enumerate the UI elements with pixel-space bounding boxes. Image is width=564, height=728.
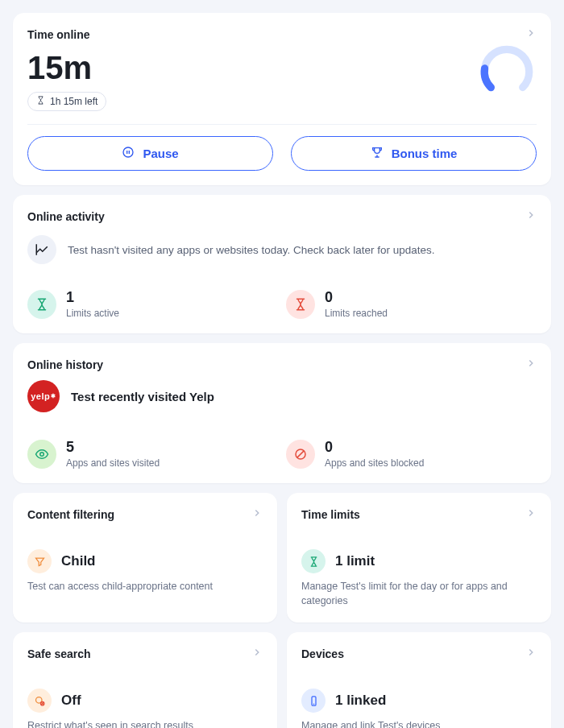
pause-button-label: Pause: [143, 147, 178, 160]
visited-count: 5: [66, 440, 160, 454]
eye-icon: [27, 440, 56, 469]
online-activity-header[interactable]: Online activity: [13, 195, 551, 224]
visited-label: Apps and sites visited: [66, 457, 160, 469]
hourglass-icon: [36, 96, 45, 107]
pause-button[interactable]: Pause: [27, 136, 273, 171]
safe-search-value: Off: [61, 693, 81, 709]
limits-reached-label: Limits reached: [325, 308, 388, 319]
chevron-right-icon: [525, 507, 537, 522]
time-online-header[interactable]: Time online: [13, 13, 551, 42]
devices-sub: Manage and link Test's devices: [301, 719, 537, 728]
time-remaining-text: 1h 15m left: [50, 96, 97, 107]
hourglass-active-icon: [27, 290, 56, 319]
bonus-time-button-label: Bonus time: [392, 147, 458, 160]
time-limits-sub: Manage Test's limit for the day or for a…: [301, 580, 537, 608]
trophy-icon: [371, 146, 384, 161]
blocked-label: Apps and sites blocked: [325, 457, 424, 469]
time-online-body: 15m 1h 15m left: [13, 42, 551, 119]
online-history-card: Online history yelp✱ Test recently visit…: [13, 343, 551, 483]
safe-search-title: Safe search: [27, 647, 91, 660]
recent-visit-text: Test recently visited Yelp: [71, 390, 214, 403]
content-filtering-card[interactable]: Content filtering Child Test can access …: [13, 493, 277, 623]
chevron-right-icon: [525, 209, 537, 224]
pause-icon: [122, 146, 135, 161]
online-history-title: Online history: [27, 358, 103, 371]
time-limits-value: 1 limit: [335, 553, 375, 569]
safe-search-icon: [27, 689, 52, 713]
time-limits-title: Time limits: [301, 508, 360, 521]
limits-active-label: Limits active: [66, 308, 119, 319]
bonus-time-button[interactable]: Bonus time: [291, 136, 537, 171]
limits-reached-count: 0: [325, 290, 388, 304]
safe-search-sub: Restrict what's seen in search results: [27, 719, 263, 728]
online-activity-stats: 1 Limits active 0 Limits reached: [13, 277, 551, 333]
online-history-stats: 5 Apps and sites visited 0 Apps and site…: [13, 427, 551, 483]
content-filtering-title: Content filtering: [27, 508, 114, 521]
chart-icon: [27, 235, 56, 264]
safe-search-card[interactable]: Safe search Off Restrict what's seen in …: [13, 632, 277, 728]
visited-stat: 5 Apps and sites visited: [27, 440, 278, 469]
limits-active-stat: 1 Limits active: [27, 290, 278, 319]
online-history-header[interactable]: Online history: [13, 343, 551, 372]
devices-value: 1 linked: [335, 693, 386, 709]
time-online-value: 15m: [27, 50, 106, 85]
content-filtering-value: Child: [61, 553, 96, 569]
time-online-actions: Pause Bonus time: [13, 125, 551, 185]
block-icon: [286, 440, 315, 469]
online-activity-card: Online activity Test hasn't visited any …: [13, 195, 551, 333]
chevron-right-icon: [525, 647, 537, 661]
devices-card[interactable]: Devices 1 linked Manage and link Test's …: [287, 632, 551, 728]
filter-icon: [27, 549, 52, 573]
chevron-right-icon: [525, 27, 537, 42]
recent-visit-row: yelp✱ Test recently visited Yelp: [13, 372, 551, 427]
yelp-icon: yelp✱: [27, 380, 60, 412]
time-limits-card[interactable]: Time limits 1 limit Manage Test's limit …: [287, 493, 551, 623]
chevron-right-icon: [251, 647, 263, 661]
svg-point-2: [123, 147, 133, 157]
chevron-right-icon: [251, 507, 263, 522]
limits-reached-stat: 0 Limits reached: [286, 290, 537, 319]
svg-line-7: [297, 451, 304, 457]
online-activity-empty-text: Test hasn't visited any apps or websites…: [68, 244, 435, 256]
time-online-title: Time online: [27, 28, 90, 41]
blocked-count: 0: [325, 440, 424, 454]
progress-ring-icon: [477, 42, 537, 101]
online-activity-empty: Test hasn't visited any apps or websites…: [13, 224, 551, 277]
devices-title: Devices: [301, 647, 344, 660]
chevron-right-icon: [525, 358, 537, 372]
time-online-card: Time online 15m 1h 15m left Pause: [13, 13, 551, 185]
limits-active-count: 1: [66, 290, 119, 304]
hourglass-reached-icon: [286, 290, 315, 319]
time-online-left: 15m 1h 15m left: [27, 45, 106, 111]
svg-point-5: [40, 453, 44, 457]
online-activity-title: Online activity: [27, 210, 105, 223]
content-filtering-sub: Test can access child-appropriate conten…: [27, 580, 263, 594]
time-remaining-pill: 1h 15m left: [27, 92, 106, 111]
hourglass-icon: [301, 549, 326, 573]
blocked-stat: 0 Apps and sites blocked: [286, 440, 537, 469]
phone-icon: [301, 689, 326, 713]
